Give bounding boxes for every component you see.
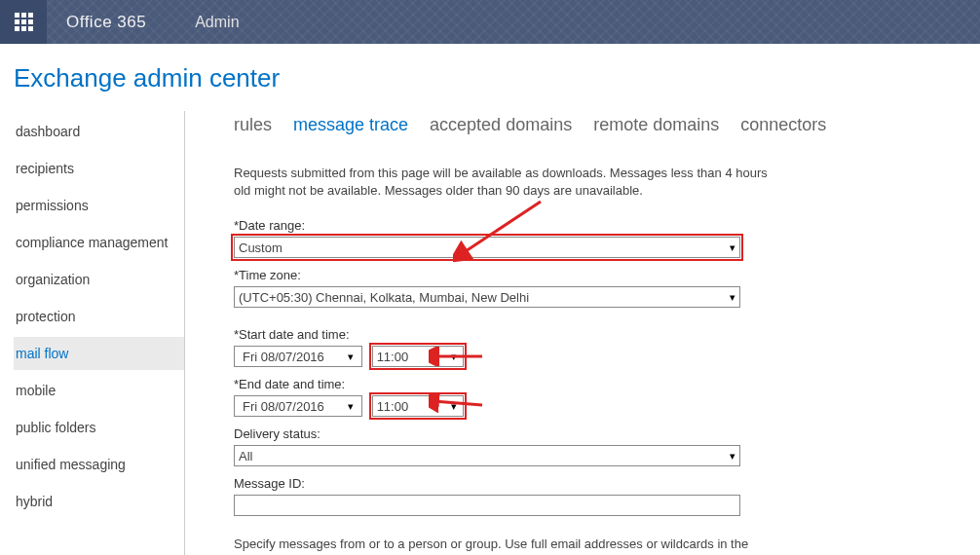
end-date-value: Fri 08/07/2016 xyxy=(243,399,324,414)
start-date-value: Fri 08/07/2016 xyxy=(243,350,324,364)
timezone-select[interactable]: (UTC+05:30) Chennai, Kolkata, Mumbai, Ne… xyxy=(234,286,740,308)
sidebar-item-mail-flow[interactable]: mail flow xyxy=(14,337,184,370)
tab-accepted-domains[interactable]: accepted domains xyxy=(430,115,572,135)
chevron-down-icon: ▾ xyxy=(730,450,735,462)
timezone-label: *Time zone: xyxy=(234,268,931,282)
brand-label: Office 365 xyxy=(66,13,146,32)
start-date-select[interactable]: Fri 08/07/2016 ▾ xyxy=(234,346,362,367)
chevron-down-icon: ▾ xyxy=(730,241,735,254)
chevron-down-icon: ▾ xyxy=(348,400,354,413)
top-bar: Office 365 Admin xyxy=(0,0,980,44)
app-label: Admin xyxy=(195,14,239,31)
tabs: rules message trace accepted domains rem… xyxy=(234,115,931,135)
help-text: Specify messages from or to a person or … xyxy=(234,536,779,555)
chevron-down-icon: ▾ xyxy=(451,351,457,363)
end-date-select[interactable]: Fri 08/07/2016 ▾ xyxy=(234,395,362,417)
end-datetime-label: *End date and time: xyxy=(234,377,931,391)
tab-remote-domains[interactable]: remote domains xyxy=(593,115,719,135)
start-datetime-label: *Start date and time: xyxy=(234,327,931,342)
chevron-down-icon: ▾ xyxy=(348,351,354,363)
tab-rules[interactable]: rules xyxy=(234,115,272,135)
sidebar-item-mobile[interactable]: mobile xyxy=(14,374,184,407)
end-time-value: 11:00 xyxy=(377,399,409,414)
message-id-label: Message ID: xyxy=(234,476,931,491)
timezone-value: (UTC+05:30) Chennai, Kolkata, Mumbai, Ne… xyxy=(239,290,529,305)
start-time-value: 11:00 xyxy=(377,350,409,364)
sidebar: dashboard recipients permissions complia… xyxy=(14,111,185,555)
page-title: Exchange admin center xyxy=(0,44,980,111)
sidebar-item-permissions[interactable]: permissions xyxy=(14,189,184,222)
tab-connectors[interactable]: connectors xyxy=(740,115,826,135)
intro-text: Requests submitted from this page will b… xyxy=(234,165,779,199)
end-time-select[interactable]: 11:00 ▾ xyxy=(372,395,464,417)
app-launcher-button[interactable] xyxy=(0,0,47,44)
delivery-status-select[interactable]: All ▾ xyxy=(234,445,740,466)
delivery-status-label: Delivery status: xyxy=(234,426,931,441)
sidebar-item-compliance[interactable]: compliance management xyxy=(14,226,184,259)
chevron-down-icon: ▾ xyxy=(730,291,735,304)
start-time-select[interactable]: 11:00 ▾ xyxy=(372,346,464,367)
delivery-status-value: All xyxy=(239,449,252,463)
message-id-input[interactable] xyxy=(234,495,740,516)
sidebar-item-protection[interactable]: protection xyxy=(14,300,184,333)
date-range-select[interactable]: Custom ▾ xyxy=(234,237,740,258)
sidebar-item-organization[interactable]: organization xyxy=(14,263,184,296)
tab-message-trace[interactable]: message trace xyxy=(293,115,408,135)
main-panel: rules message trace accepted domains rem… xyxy=(185,111,980,555)
sidebar-item-hybrid[interactable]: hybrid xyxy=(14,485,184,518)
sidebar-item-recipients[interactable]: recipients xyxy=(14,152,184,185)
sidebar-item-unified-messaging[interactable]: unified messaging xyxy=(14,448,184,481)
chevron-down-icon: ▾ xyxy=(451,400,457,413)
date-range-value: Custom xyxy=(239,240,283,255)
sidebar-item-dashboard[interactable]: dashboard xyxy=(14,115,184,148)
waffle-icon xyxy=(15,13,33,31)
content: dashboard recipients permissions complia… xyxy=(0,111,980,555)
sidebar-item-public-folders[interactable]: public folders xyxy=(14,411,184,444)
date-range-label: *Date range: xyxy=(234,218,931,233)
